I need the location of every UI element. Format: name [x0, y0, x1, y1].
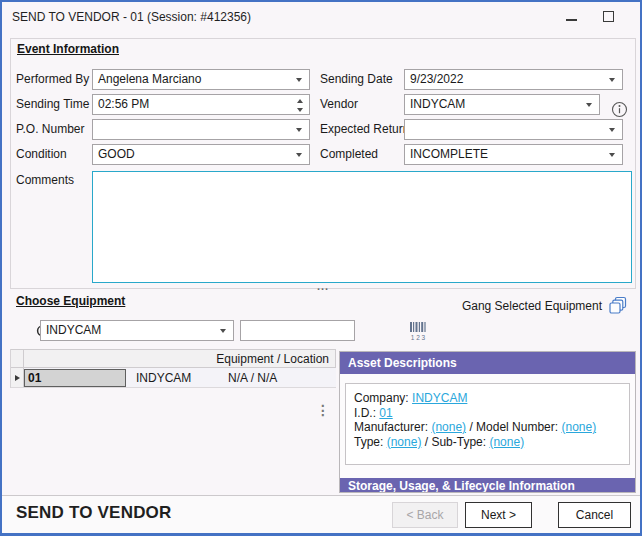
chevron-down-icon	[296, 78, 302, 82]
id-label: I.D.:	[354, 406, 376, 420]
chevron-down-icon	[296, 153, 302, 157]
choose-equipment-heading: Choose Equipment	[16, 294, 125, 308]
equipment-location-header: Equipment / Location	[24, 352, 335, 366]
vendor-info-button[interactable]	[611, 101, 628, 118]
gang-selected-equipment[interactable]: Gang Selected Equipment	[432, 295, 628, 317]
type-label: Type:	[354, 435, 383, 449]
barcode-scan-button[interactable]: 1 2 3	[408, 320, 428, 342]
condition-value: GOOD	[98, 147, 135, 161]
chevron-down-icon	[296, 128, 302, 132]
event-information-heading: Event Information	[17, 42, 119, 56]
equipment-id-cell[interactable]: 01	[24, 369, 126, 387]
vendor-label: Vendor	[320, 94, 358, 115]
performed-by-value: Angelena Marciano	[98, 72, 201, 86]
equipment-company-cell[interactable]: INDYCAM	[136, 371, 216, 385]
chevron-down-icon	[609, 153, 615, 157]
sending-date-combo[interactable]: 9/23/2022	[404, 69, 623, 90]
sending-date-label: Sending Date	[320, 69, 393, 90]
model-number-label: / Model Number:	[469, 420, 558, 434]
asset-descriptions-box: Company: INDYCAM I.D.: 01 Manufacturer: …	[345, 383, 630, 465]
po-number-combo[interactable]	[92, 119, 310, 140]
chevron-down-icon	[586, 103, 592, 107]
equipment-location-cell[interactable]: N/A / N/A	[228, 371, 277, 385]
expected-return-label: Expected Return	[320, 119, 409, 140]
completed-value: INCOMPLETE	[410, 147, 488, 161]
next-button[interactable]: Next >	[465, 502, 532, 528]
condition-label: Condition	[16, 144, 67, 165]
chevron-down-icon	[609, 128, 615, 132]
window-title: SEND TO VENDOR - 01 (Session: #412356)	[12, 10, 251, 24]
equipment-grid: Equipment / Location 01 INDYCAM N/A / N/…	[10, 349, 336, 388]
minimize-icon	[566, 19, 577, 21]
gang-selected-equipment-label: Gang Selected Equipment	[462, 299, 602, 313]
performed-by-label: Performed By	[16, 69, 89, 90]
subtype-link[interactable]: (none)	[489, 435, 524, 449]
vendor-value: INDYCAM	[410, 97, 465, 111]
minimize-button[interactable]	[558, 6, 584, 27]
maximize-button[interactable]	[595, 6, 621, 27]
company-filter-combo[interactable]: INDYCAM	[40, 320, 234, 341]
current-row-arrow-icon	[15, 375, 20, 381]
expected-return-combo[interactable]	[404, 119, 623, 140]
company-link[interactable]: INDYCAM	[412, 391, 467, 405]
asset-descriptions-header: Asset Descriptions	[340, 352, 635, 374]
chevron-down-icon	[220, 329, 226, 333]
performed-by-combo[interactable]: Angelena Marciano	[92, 69, 310, 90]
barcode-input[interactable]	[240, 320, 355, 341]
comments-label: Comments	[16, 170, 74, 191]
title-bar: SEND TO VENDOR - 01 (Session: #412356)	[2, 2, 640, 31]
po-number-label: P.O. Number	[16, 119, 84, 140]
cancel-button[interactable]: Cancel	[558, 502, 631, 528]
gang-stack-icon[interactable]	[608, 296, 628, 316]
chevron-down-icon	[609, 78, 615, 82]
company-label: Company:	[354, 391, 409, 405]
row-selector-cell[interactable]	[11, 368, 24, 387]
company-filter-value: INDYCAM	[46, 323, 101, 337]
subtype-label: / Sub-Type:	[425, 435, 486, 449]
manufacturer-label: Manufacturer:	[354, 420, 428, 434]
back-button[interactable]: < Back	[392, 502, 458, 528]
horizontal-splitter-handle[interactable]: ...	[2, 280, 642, 292]
storage-usage-lifecycle-header: Storage, Usage, & Lifecycle Information	[340, 478, 635, 493]
info-icon	[611, 101, 628, 118]
vendor-combo[interactable]: INDYCAM	[404, 94, 600, 115]
sending-time-label: Sending Time	[16, 94, 89, 115]
footer-title: SEND TO VENDOR	[16, 503, 172, 523]
maximize-icon	[603, 11, 614, 22]
id-link[interactable]: 01	[379, 406, 392, 420]
comments-textarea[interactable]	[92, 171, 632, 283]
sending-time-value: 02:56 PM	[98, 97, 149, 111]
barcode-digits: 1 2 3	[410, 334, 425, 341]
sending-time-spinner[interactable]: 02:56 PM	[92, 94, 310, 115]
footer-bar: SEND TO VENDOR < Back Next > Cancel	[2, 496, 640, 533]
vertical-splitter-handle[interactable]: ⋮	[316, 403, 330, 417]
row-selector-header	[11, 350, 24, 367]
equipment-row[interactable]: 01 INDYCAM N/A / N/A	[11, 368, 336, 388]
condition-combo[interactable]: GOOD	[92, 144, 310, 165]
send-to-vendor-dialog: SEND TO VENDOR - 01 (Session: #412356) E…	[0, 0, 642, 536]
time-up-down-icon[interactable]	[294, 97, 306, 114]
stacked-pages-icon	[608, 296, 628, 316]
equipment-grid-header[interactable]: Equipment / Location	[11, 349, 336, 368]
completed-combo[interactable]: INCOMPLETE	[404, 144, 623, 165]
completed-label: Completed	[320, 144, 378, 165]
sending-date-value: 9/23/2022	[410, 72, 463, 86]
type-link[interactable]: (none)	[387, 435, 422, 449]
barcode-icon: 1 2 3	[408, 320, 428, 342]
asset-info-panel: Asset Descriptions Company: INDYCAM I.D.…	[339, 351, 636, 493]
manufacturer-link[interactable]: (none)	[431, 420, 466, 434]
model-number-link[interactable]: (none)	[561, 420, 596, 434]
